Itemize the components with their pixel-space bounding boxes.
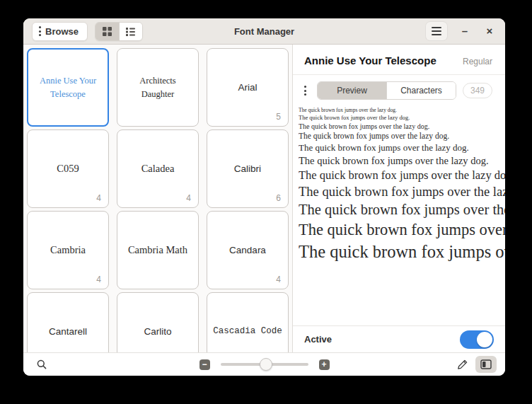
zoom-in-button[interactable]: +	[319, 359, 330, 370]
font-card[interactable]: Calibri6	[207, 129, 289, 208]
preview-pangram-line: The quick brown fox jumps over the lazy …	[299, 114, 505, 122]
vertical-dots-icon	[39, 26, 41, 36]
font-card-name: Cambria Math	[128, 243, 187, 258]
font-card-name: Arial	[238, 81, 257, 95]
font-card-name: Candara	[229, 243, 266, 258]
font-card-name: Carlito	[144, 325, 171, 339]
browse-button[interactable]: Browse	[32, 22, 88, 41]
window-controls: – ×	[426, 22, 497, 40]
font-card-name: Architects Daughter	[123, 74, 192, 100]
font-variant-count: 6	[276, 193, 281, 203]
font-variant-count: 4	[96, 193, 101, 203]
preview-header: Annie Use Your Telescope Regular	[293, 45, 505, 75]
font-preview-pane: Annie Use Your Telescope Regular Preview…	[293, 45, 505, 352]
zoom-out-button[interactable]: −	[200, 359, 210, 370]
close-button[interactable]: ×	[482, 24, 497, 38]
app-menu-button[interactable]	[426, 22, 447, 40]
font-variant-count: 5	[276, 112, 281, 122]
slider-handle[interactable]	[260, 358, 272, 371]
list-icon	[125, 26, 136, 37]
font-card[interactable]: Carlito	[117, 292, 199, 352]
preview-mode-switcher: Preview Characters	[317, 81, 456, 100]
preview-pangram-line: The quick brown fox jumps over the lazy …	[299, 107, 505, 114]
active-row: Active	[293, 325, 505, 352]
font-card[interactable]: C0594	[27, 129, 109, 208]
active-toggle[interactable]	[460, 330, 494, 349]
font-card[interactable]: Annie Use Your Telescope	[27, 48, 109, 127]
bottom-toolbar: − +	[23, 352, 505, 376]
tab-characters[interactable]: Characters	[386, 82, 456, 99]
headerbar: Browse	[23, 18, 505, 45]
font-card[interactable]: Caladea4	[117, 129, 199, 208]
font-card-name: Cantarell	[49, 325, 87, 339]
preview-toolbar: Preview Characters 349	[293, 75, 505, 103]
minimize-button[interactable]: –	[458, 24, 472, 38]
font-card[interactable]: Cambria4	[27, 211, 109, 289]
waterfall-preview: The quick brown fox jumps over the lazy …	[293, 103, 505, 325]
split-panel-icon	[480, 359, 492, 369]
font-card[interactable]: Architects Daughter	[117, 48, 199, 127]
main-content: Annie Use Your TelescopeArchitects Daugh…	[23, 45, 505, 352]
active-label: Active	[304, 334, 332, 345]
window-title: Font Manager	[234, 26, 294, 37]
toolbar-right-tools	[456, 356, 497, 373]
preview-options-button[interactable]	[300, 83, 311, 98]
hamburger-icon	[432, 27, 441, 28]
font-card-name: C059	[57, 161, 79, 176]
toggle-knob	[477, 332, 492, 347]
tab-preview[interactable]: Preview	[318, 82, 386, 99]
preview-pangram-line: The quick brown fox jumps over the lazy …	[299, 131, 505, 142]
font-card-name: Caladea	[141, 161, 175, 176]
vertical-dots-icon	[304, 86, 306, 88]
font-card[interactable]: Cantarell	[27, 292, 109, 352]
search-icon	[36, 359, 47, 370]
font-manager-window: Browse	[23, 18, 505, 376]
preview-size-slider[interactable]	[221, 358, 308, 371]
preview-pangram-line: The quick brown fox jumps over the lazy …	[299, 200, 505, 219]
font-variant-count: 4	[96, 275, 101, 284]
character-count-badge: 349	[463, 83, 492, 98]
font-grid: Annie Use Your TelescopeArchitects Daugh…	[23, 45, 293, 352]
grid-icon	[102, 26, 112, 37]
font-card[interactable]: Cascadia Code	[207, 292, 289, 352]
font-card-name: Cambria	[50, 243, 86, 258]
preview-pangram-line: The quick brown fox jumps over the lazy …	[299, 154, 505, 168]
font-family-name: Annie Use Your Telescope	[304, 54, 436, 67]
sidebar-toggle-button[interactable]	[475, 356, 497, 373]
view-switcher	[95, 22, 143, 41]
list-view-button[interactable]	[119, 23, 142, 40]
font-variant-count: 4	[276, 275, 281, 284]
font-card[interactable]: Cambria Math	[117, 211, 199, 289]
preview-pangram-line: The quick brown fox jumps over the lazy …	[299, 122, 505, 131]
browse-button-label: Browse	[45, 26, 79, 37]
search-button[interactable]	[35, 357, 49, 371]
font-card-name: Cascadia Code	[213, 325, 282, 337]
preview-pangram-line: The quick brown fox jumps over the lazy …	[299, 241, 505, 263]
font-card[interactable]: Candara4	[207, 211, 289, 289]
font-card-name: Calibri	[234, 162, 261, 176]
pencil-icon	[457, 359, 468, 370]
preview-pangram-line: The quick brown fox jumps over the lazy …	[299, 219, 505, 241]
font-style-name: Regular	[463, 57, 492, 67]
font-variant-count: 4	[186, 193, 191, 203]
font-card-name: Annie Use Your Telescope	[34, 74, 102, 100]
preview-pangram-line: The quick brown fox jumps over the lazy …	[299, 168, 505, 183]
edit-button[interactable]	[456, 358, 469, 371]
preview-size-controls: − +	[200, 358, 330, 371]
grid-view-button[interactable]	[96, 23, 119, 40]
preview-pangram-line: The quick brown fox jumps over the lazy …	[299, 183, 505, 200]
preview-pangram-line: The quick brown fox jumps over the lazy …	[299, 142, 505, 154]
font-card[interactable]: Arial5	[207, 48, 289, 127]
